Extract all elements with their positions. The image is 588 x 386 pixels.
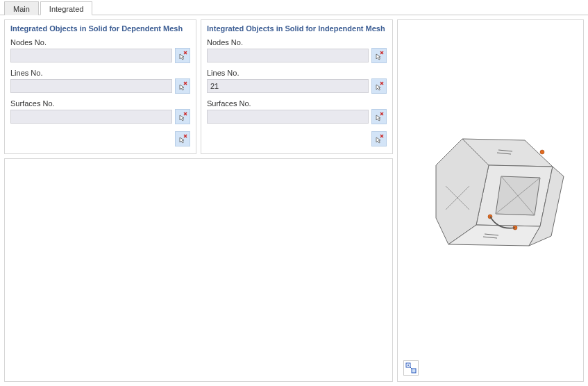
- dep-clear-button[interactable]: [175, 131, 190, 146]
- dep-lines-pick-button[interactable]: [175, 78, 190, 94]
- solid-preview-graphic: [415, 86, 568, 267]
- panel-dependent: Integrated Objects in Solid for Dependen…: [4, 19, 196, 154]
- clear-pick-icon: [178, 134, 187, 144]
- indep-lines-pick-button[interactable]: [371, 78, 387, 94]
- pick-cursor-icon: [178, 112, 187, 121]
- dep-nodes-label: Nodes No.: [10, 38, 190, 47]
- pick-cursor-icon: [374, 51, 384, 60]
- indep-nodes-input[interactable]: [207, 49, 369, 62]
- pick-cursor-icon: [178, 81, 187, 91]
- workarea: Integrated Objects in Solid for Dependen…: [0, 15, 588, 386]
- indep-lines-input[interactable]: [207, 79, 369, 93]
- panels-row: Integrated Objects in Solid for Dependen…: [4, 19, 393, 154]
- pick-cursor-icon: [374, 112, 384, 121]
- indep-surfaces-label: Surfaces No.: [207, 99, 387, 108]
- tab-bar: Main Integrated: [0, 0, 588, 15]
- dep-surfaces-input[interactable]: [10, 110, 172, 124]
- indep-surfaces-input[interactable]: [207, 110, 369, 124]
- dep-lines-input[interactable]: [10, 79, 172, 93]
- indep-surfaces-pick-button[interactable]: [371, 109, 387, 124]
- preview-view-toggle-button[interactable]: [403, 360, 419, 376]
- dep-surfaces-label: Surfaces No.: [10, 99, 190, 108]
- svg-rect-34: [412, 369, 416, 373]
- tab-main[interactable]: Main: [4, 1, 39, 15]
- dep-surfaces-pick-button[interactable]: [175, 109, 190, 124]
- rubber-band-view-icon: [405, 362, 417, 374]
- indep-nodes-label: Nodes No.: [207, 38, 387, 47]
- indep-clear-button[interactable]: [371, 131, 387, 146]
- clear-pick-icon: [374, 134, 384, 144]
- panel-independent: Integrated Objects in Solid for Independ…: [201, 19, 393, 154]
- dep-nodes-input[interactable]: [10, 49, 172, 62]
- svg-point-30: [540, 150, 544, 154]
- svg-point-35: [408, 364, 409, 366]
- indep-lines-label: Lines No.: [207, 69, 387, 77]
- indep-nodes-pick-button[interactable]: [371, 48, 387, 63]
- left-column: Integrated Objects in Solid for Dependen…: [4, 19, 393, 382]
- tab-integrated[interactable]: Integrated: [40, 1, 93, 15]
- dep-lines-label: Lines No.: [10, 69, 190, 77]
- pick-cursor-icon: [374, 81, 384, 91]
- panel-independent-title: Integrated Objects in Solid for Independ…: [207, 24, 387, 33]
- pick-cursor-icon: [178, 51, 187, 60]
- preview-pane: [397, 19, 584, 382]
- empty-panel: [4, 158, 393, 382]
- dep-nodes-pick-button[interactable]: [175, 48, 190, 63]
- panel-dependent-title: Integrated Objects in Solid for Dependen…: [10, 24, 190, 33]
